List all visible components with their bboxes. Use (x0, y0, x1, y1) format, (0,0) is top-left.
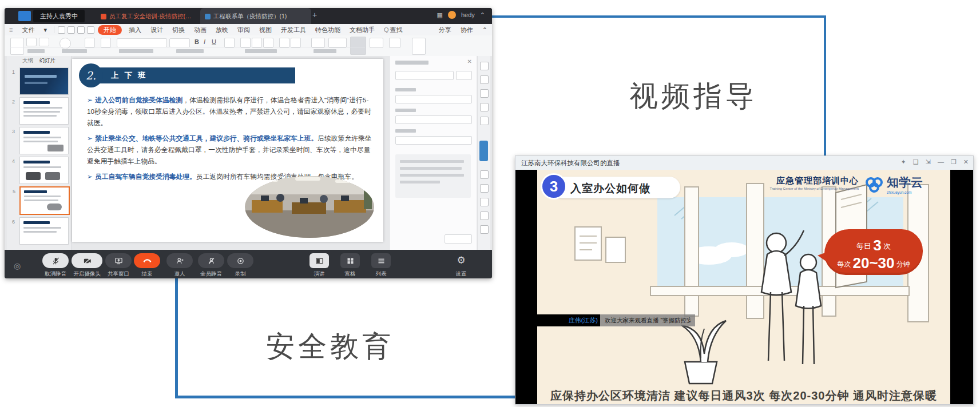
menu-assistant[interactable]: 文档助手 (345, 26, 379, 34)
menu-home[interactable]: 开始 (98, 25, 122, 35)
wps-logo-icon[interactable] (18, 11, 31, 21)
menu-transition[interactable]: 切换 (168, 26, 189, 34)
fullscreen-icon[interactable]: ⇲ (926, 158, 931, 166)
thumbnail-2[interactable]: 2 (19, 97, 69, 125)
pane-collapse-handle[interactable] (479, 141, 488, 161)
print-icon[interactable] (68, 26, 75, 34)
pane-icon-9[interactable] (480, 212, 489, 220)
collaborate-button[interactable]: 协作 (456, 26, 478, 34)
pane-search-box[interactable] (395, 71, 454, 80)
underline-button[interactable]: U (212, 38, 216, 45)
slide-section-number: 2. (79, 63, 103, 87)
thumbnail-5-selected[interactable]: 5 (19, 186, 70, 215)
invite-person-icon (176, 257, 184, 265)
settings-button[interactable]: ⚙ 设置 (449, 253, 474, 278)
share-button[interactable]: 分享 (434, 26, 456, 34)
menu-insert[interactable]: 插入 (124, 26, 146, 34)
menu-slideshow[interactable]: 放映 (211, 26, 233, 34)
panel-tab-slides[interactable]: 幻灯片 (39, 57, 56, 63)
connector-top-vertical (824, 15, 826, 157)
gear-icon: ⚙ (449, 253, 474, 268)
redo-icon[interactable] (87, 26, 94, 34)
new-tab-button[interactable]: + (312, 10, 317, 19)
chat-message-bg: 欢迎大家来观看直播 “掌握防控安全知… (600, 314, 695, 326)
panel-tab-outline[interactable]: 大纲 (22, 57, 33, 63)
font-name-box[interactable] (117, 38, 167, 47)
pane-icon-1[interactable] (480, 62, 489, 70)
pane-field-1[interactable] (395, 95, 472, 103)
search-icon[interactable]: Q (379, 26, 390, 33)
wps-ribbon: B I U (5, 35, 492, 57)
minimize-icon[interactable]: — (938, 158, 944, 166)
annotate-button-active[interactable] (350, 37, 366, 55)
view-grid-button[interactable]: 宫格 (338, 253, 363, 278)
menu-devtools[interactable]: 开发工具 (276, 26, 311, 34)
undo-icon[interactable] (77, 26, 85, 34)
record-button[interactable]: 录制 (221, 253, 260, 278)
find-replace-button[interactable] (389, 38, 400, 48)
document-tab-2[interactable]: 工程联系单（疫情防控）(1) (200, 8, 311, 24)
slide-canvas[interactable]: 2. 上下班 ➢进入公司前自觉接受体温检测，体温检测需排队有序进行，体温合格者需… (72, 59, 383, 242)
menu-design[interactable]: 设计 (146, 26, 168, 34)
pane-field-3[interactable] (395, 136, 472, 145)
pane-icon-2[interactable] (480, 75, 489, 84)
thumbnail-4[interactable]: 4 (19, 157, 69, 184)
connector-bottom-horizontal (175, 396, 517, 398)
paste-button[interactable] (10, 38, 24, 55)
pane-icon-10[interactable] (480, 225, 489, 234)
search-label[interactable]: 查找 (390, 26, 407, 34)
maximize-icon[interactable]: ❐ (951, 158, 957, 166)
ribbon-collapse-icon[interactable]: ⌃ (478, 26, 492, 34)
caption-safety-education: 安全教育 (266, 328, 394, 366)
pane-icon-6[interactable] (480, 170, 489, 179)
pane-close-icon[interactable]: ✕ (467, 58, 472, 65)
thumbnail-1[interactable]: 1 (19, 67, 69, 95)
format-painter-button[interactable] (26, 38, 37, 46)
menu-file[interactable]: 文件 (17, 26, 39, 34)
view-speaker-button[interactable]: 演讲 (307, 253, 332, 278)
bold-button[interactable]: B (195, 38, 199, 45)
mini-window-icon[interactable]: ❑ (913, 158, 919, 166)
pin-icon[interactable]: ✦ (901, 158, 906, 166)
player-window-title: 江苏南大环保科技有限公司的直播 (521, 159, 620, 167)
workspace-grid-icon[interactable]: ▦ (437, 11, 443, 19)
italic-button[interactable]: I (204, 38, 205, 45)
pane-icon-8[interactable] (480, 198, 489, 206)
pane-icon-7[interactable] (480, 184, 489, 193)
save-icon[interactable] (58, 26, 65, 34)
view-list-button[interactable]: 列表 (368, 253, 394, 278)
pane-icon-3[interactable] (480, 89, 489, 98)
lesson-heading: 入室办公如何做 (570, 181, 650, 196)
avatar[interactable] (448, 11, 456, 19)
collapse-icon[interactable]: ⌃ (480, 11, 485, 19)
thumbnail-6[interactable]: 6 (19, 217, 69, 245)
document-tab-1[interactable]: 员工复工安全培训-疫情防控(修改) (96, 8, 201, 24)
menu-review[interactable]: 审阅 (233, 26, 255, 34)
user-name: hedy (461, 11, 475, 18)
thumbnail-3[interactable]: 3 (19, 127, 69, 154)
present-button[interactable] (412, 38, 426, 55)
pane-icon-5[interactable] (480, 117, 489, 125)
video-area[interactable]: 3 入室办公如何做 应急管理部培训中心 Training Center of t… (515, 170, 973, 404)
cut-button[interactable] (39, 38, 49, 46)
font-size-box[interactable] (169, 38, 190, 47)
menu-special[interactable]: 特色功能 (311, 26, 345, 34)
menu-animation[interactable]: 动画 (189, 26, 211, 34)
mute-all-icon (207, 257, 216, 265)
pane-filter-button[interactable] (456, 71, 472, 80)
org-title: 应急管理部培训中心 (739, 175, 859, 186)
hamburger-icon[interactable]: ≡ (5, 26, 17, 33)
player-titlebar: 江苏南大环保科技有限公司的直播 ✦ ❑ ⇲ — ❐ ✕ (515, 156, 973, 170)
pane-field-2[interactable] (395, 115, 472, 124)
pane-pager[interactable] (445, 234, 472, 244)
caret-down-icon[interactable]: ▾ (39, 26, 51, 34)
close-icon[interactable]: ✕ (963, 158, 969, 166)
slide-thumbnail-panel: 大纲 幻灯片 1 2 3 (7, 56, 72, 250)
comment-button[interactable] (370, 38, 383, 48)
pane-icon-4[interactable] (480, 103, 489, 111)
wps-tab-bar: 主持人袁秀中 员工复工安全培训-疫情防控(修改) 工程联系单（疫情防控）(1) … (5, 8, 492, 24)
live-player-window: 江苏南大环保科技有限公司的直播 ✦ ❑ ⇲ — ❐ ✕ (515, 155, 974, 405)
new-slide-button[interactable] (59, 38, 71, 49)
menu-view[interactable]: 视图 (255, 26, 276, 34)
chat-username-bg: 庄伟(江苏) (515, 314, 600, 326)
